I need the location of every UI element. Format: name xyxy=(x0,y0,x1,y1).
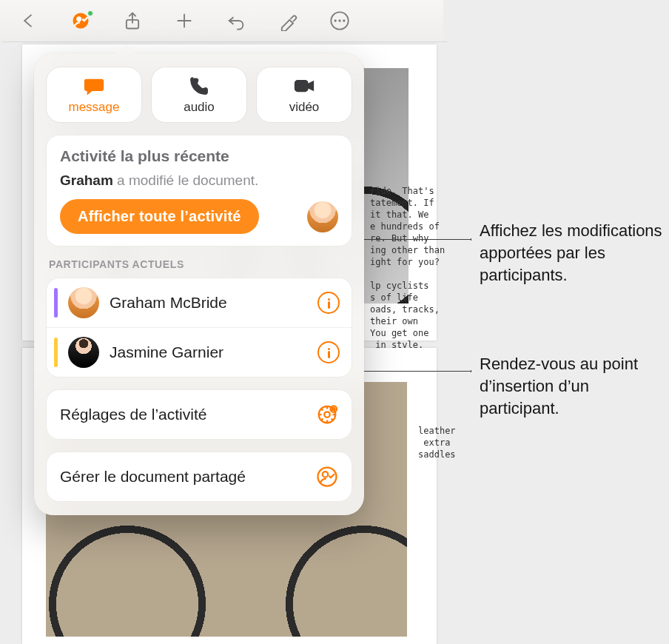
contact-audio-button[interactable]: audio xyxy=(151,67,247,123)
video-icon xyxy=(293,75,315,97)
participants-list: Graham McBride Jasmine Garnier xyxy=(46,278,352,378)
message-icon xyxy=(83,75,105,97)
avatar xyxy=(68,287,99,318)
share-status-dot xyxy=(87,10,93,16)
participant-row[interactable]: Graham McBride xyxy=(47,278,352,327)
add-button[interactable] xyxy=(158,0,210,41)
recent-activity-card: Activité la plus récente Graham a modifi… xyxy=(46,135,352,246)
contact-video-button[interactable]: vidéo xyxy=(256,67,352,123)
contact-methods: message audio vidéo xyxy=(46,67,352,123)
participant-color xyxy=(54,288,58,318)
person-check-icon xyxy=(316,466,338,488)
popover-arrow xyxy=(112,41,138,55)
gear-badge-icon xyxy=(316,403,338,426)
manage-shared-doc-label: Gérer le document partagé xyxy=(60,468,306,486)
participants-heading: PARTICIPANTS ACTUELS xyxy=(49,258,349,270)
avatar xyxy=(68,337,99,368)
participant-name: Jasmine Garnier xyxy=(110,343,307,361)
callout-text: Affichez les modifications apportées par… xyxy=(480,220,665,286)
manage-shared-doc-row[interactable]: Gérer le document partagé xyxy=(46,452,352,502)
contact-audio-label: audio xyxy=(184,100,215,115)
participant-color xyxy=(54,338,58,367)
svg-point-1 xyxy=(76,16,81,21)
contact-video-label: vidéo xyxy=(289,100,320,115)
collaboration-button[interactable] xyxy=(55,0,107,41)
share-button[interactable] xyxy=(107,0,158,41)
svg-point-4 xyxy=(334,19,337,21)
collaboration-popover: message audio vidéo Activité la plus réc… xyxy=(34,53,364,515)
document-body-text: ride. That's tatement. If it that. We e … xyxy=(370,185,445,351)
contact-message-button[interactable]: message xyxy=(46,67,142,123)
svg-point-6 xyxy=(343,19,345,21)
phone-icon xyxy=(188,75,210,97)
activity-settings-row[interactable]: Réglages de l’activité xyxy=(46,389,352,440)
back-button[interactable] xyxy=(3,0,55,41)
participant-row[interactable]: Jasmine Garnier xyxy=(47,327,352,377)
participant-info-icon[interactable] xyxy=(317,341,340,363)
contact-message-label: message xyxy=(69,100,120,115)
format-button[interactable] xyxy=(262,0,314,41)
more-button[interactable] xyxy=(314,0,366,41)
callout-text: Rendez-vous au point d’insertion d’un pa… xyxy=(480,353,665,420)
activity-action: a modifié le document. xyxy=(113,172,258,188)
undo-button[interactable] xyxy=(210,0,262,41)
show-all-activity-button[interactable]: Afficher toute l’activité xyxy=(60,199,259,234)
activity-summary: Graham a modifié le document. xyxy=(60,172,338,189)
svg-point-9 xyxy=(324,412,330,417)
participant-name: Graham McBride xyxy=(110,294,307,312)
participant-info-icon[interactable] xyxy=(317,292,340,314)
svg-point-13 xyxy=(323,472,329,477)
activity-settings-label: Réglages de l’activité xyxy=(60,406,306,423)
svg-rect-7 xyxy=(295,81,309,92)
recent-activity-heading: Activité la plus récente xyxy=(60,147,338,165)
app-toolbar xyxy=(0,0,443,41)
svg-point-5 xyxy=(338,19,340,21)
activity-actor: Graham xyxy=(60,172,113,188)
avatar[interactable] xyxy=(307,201,338,232)
